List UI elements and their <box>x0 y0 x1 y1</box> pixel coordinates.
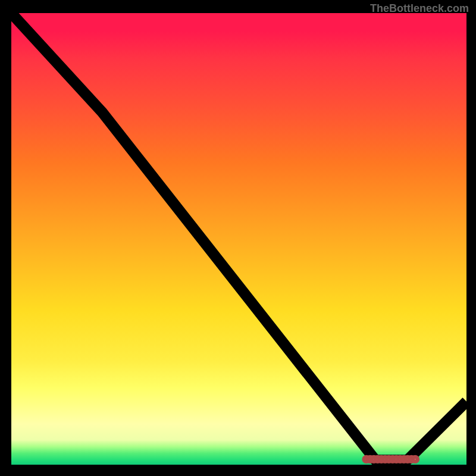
plot-area <box>10 13 466 466</box>
svg-point-13 <box>413 457 418 462</box>
bottleneck-curve-line <box>11 13 466 460</box>
watermark-text: TheBottleneck.com <box>370 2 469 15</box>
chart-container: TheBottleneck.com <box>0 0 476 476</box>
curve-svg <box>11 13 466 465</box>
optimal-range-marker <box>364 457 417 462</box>
